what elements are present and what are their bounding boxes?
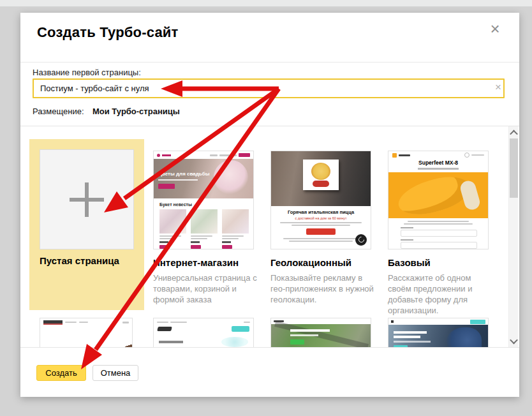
product-buy-button [222,245,232,249]
template-gallery: Пустая страница Цветы для свадьбы [20,126,519,348]
thumb-text-bar [289,241,353,242]
thumb-product-row [154,207,253,249]
thumb-body [154,332,253,348]
thumb-logo [157,154,160,157]
thumb-hero-image: Цветы для свадьбы [154,159,253,198]
dialog-title: Создать Турбо-сайт [37,24,179,41]
thumb-text-bar [394,341,431,343]
thumb-header [154,325,253,332]
thumb-logo [157,327,172,331]
create-turbo-site-dialog: Создать Турбо-сайт × Название первой стр… [20,13,519,397]
thumb-content: Горячая итальянская пицца с доставкой на… [271,206,371,249]
pizza-sign [303,160,339,190]
thumb-subtitle-bar [418,168,459,170]
bouquet-photo [214,160,248,195]
template-description: Показывайте рекламу в гео-приложениях в … [270,272,378,305]
template-card-basic[interactable]: Superfeet MX-8 Базовый Расскажите об одн… [388,151,496,316]
form-input-mock [401,230,477,237]
scrollbar-thumb[interactable] [510,138,518,198]
product-photo [222,209,249,234]
form-label-bar [401,239,413,241]
thumb-cta-button [470,320,485,324]
thumb-social-bar [122,322,129,323]
thumb-nav-bar [79,322,88,323]
thumb-body [40,326,132,348]
template-title: Базовый [388,257,496,268]
template-card-online-store[interactable]: Цветы для свадьбы Букет невесты [153,151,262,305]
online-store-thumbnail[interactable]: Цветы для свадьбы Букет невесты [153,151,254,249]
worker-photo [446,327,482,348]
sneaker-photo [388,172,488,218]
template-title: Пустая страница [40,255,119,266]
template-card-blank-page[interactable]: Пустая страница [29,139,144,310]
thumb-cta-button [394,345,408,348]
page-name-input[interactable] [33,78,505,98]
product-photo [159,209,186,234]
thumb-section-title: Букет невесты [154,198,253,207]
thumb-brand-bar [399,154,410,156]
template-card-geolocation[interactable]: Горячая итальянская пицца с доставкой на… [270,151,379,305]
form-text-bar [404,223,473,225]
thumb-nav-bar [219,154,230,156]
product-text-bar [222,238,239,239]
template-description: Расскажите об одном своём предложении и … [388,272,495,316]
scrollbar-down-button[interactable] [509,336,519,346]
thumb-text-bar [290,334,318,336]
gallery-scrollbar[interactable] [508,126,518,347]
thumb-nav-bar [65,322,77,323]
close-icon[interactable]: × [487,20,503,37]
template-card-partial-3[interactable] [270,318,371,348]
product-text-bar [191,238,207,239]
form-text-bar [408,221,469,222]
template-card-partial-1[interactable] [40,318,133,348]
form-input-mock [401,242,477,249]
chevron-down-icon [510,336,518,344]
thumb-order-form [388,218,488,249]
basic-thumbnail[interactable]: Superfeet MX-8 [388,151,489,249]
form-label-bar [401,227,413,228]
thumb-text-bar [290,329,330,332]
create-button[interactable]: Создать [36,365,86,381]
blank-page-thumbnail[interactable] [40,149,134,249]
product-photo [191,209,218,234]
product-text-bar [191,235,212,237]
thumb-nav-bar [210,154,218,156]
thumb-hero-button [158,184,175,189]
scrollbar-up-button[interactable] [509,128,519,138]
template-title: Геолокационный [270,257,379,268]
header-divider [20,62,519,63]
phone-icon-glyph [357,235,366,244]
template-title: Интернет-магазин [153,257,262,268]
thumb-hero-title: Цветы для свадьбы [158,171,210,177]
clear-input-icon[interactable]: × [492,82,504,93]
thumb-header [388,151,488,159]
geolocation-thumbnail[interactable]: Горячая итальянская пицца с доставкой на… [270,151,371,249]
thumb-header [40,318,132,326]
product-buy-button [159,245,170,249]
cancel-button[interactable]: Отмена [92,365,138,381]
page: { "modal": { "title": "Создать Турбо-сай… [0,0,532,416]
plus-icon [70,182,104,217]
product-text-bar [222,235,244,237]
thumb-cta-button [290,339,304,345]
product-text-bar [159,238,176,239]
thumb-text-bar [244,322,250,323]
chevron-up-icon [510,130,518,138]
browser-top-strip [0,0,532,6]
product-buy-button [191,245,201,249]
page-name-label: Название первой страницы: [33,68,141,77]
template-card-partial-2[interactable] [153,318,254,348]
thumb-subtitle: с доставкой на дом за 60 минут [271,216,371,220]
template-card-partial-4[interactable] [388,318,489,348]
thumb-logo [391,320,394,323]
thumb-product [191,209,218,249]
thumb-text-bar [283,238,358,239]
placement-value: Мои Турбо-страницы [92,107,180,116]
thumb-title: Superfeet MX-8 [388,160,488,166]
sneaker-shape [394,172,473,218]
thumb-logo [43,320,63,325]
plus-icon-bar [85,182,89,217]
thumb-hero-photo [388,325,488,348]
thumb-header [154,151,253,159]
thumb-text-bar [170,322,187,323]
